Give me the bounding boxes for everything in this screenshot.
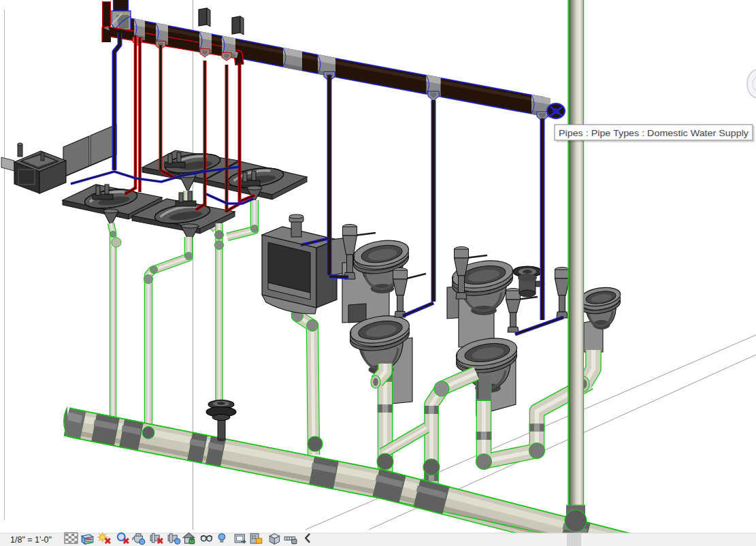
- svg-text:Pipes : Pipe Types : Domestic: Pipes : Pipe Types : Domestic Water Supp…: [559, 128, 749, 138]
- svg-text:1/8" = 1'-0": 1/8" = 1'-0": [10, 535, 52, 545]
